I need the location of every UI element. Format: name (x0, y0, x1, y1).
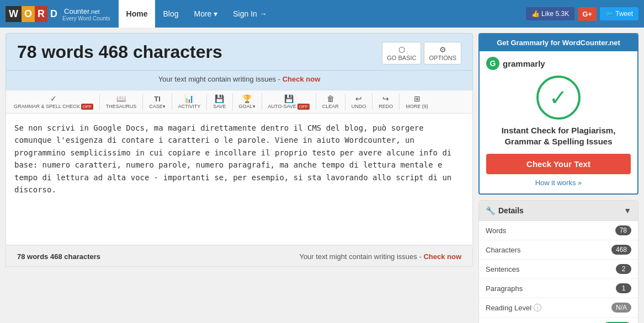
details-title: 🔧 Details (486, 206, 524, 215)
case-button[interactable]: TI CASE▾ (146, 93, 169, 111)
toolbar-separator-8 (345, 94, 345, 110)
paragraphs-label: Paragraphs (486, 284, 523, 293)
wrench-icon: 🔧 (486, 206, 495, 215)
toolbar-separator-6 (262, 94, 262, 110)
auto-save-label: AUTO-SAVEOFF (268, 104, 310, 109)
how-it-works-link[interactable]: How it works » (486, 179, 631, 187)
check-your-text-button[interactable]: Check Your Text (486, 154, 631, 174)
twitter-tweet-button[interactable]: 🐦 Tweet (600, 7, 638, 20)
reading-level-info-icon[interactable]: i (534, 304, 541, 311)
main-wrapper: 78 words 468 characters ⬡ GO BASIC ⚙ OPT… (0, 28, 644, 323)
thesaurus-button[interactable]: 📖 THESAURUS (103, 93, 140, 111)
nav-blog[interactable]: Blog (155, 0, 186, 28)
paragraphs-badge: 1 (616, 283, 631, 293)
words-badge: 78 (615, 225, 631, 235)
logo-d: D (47, 6, 60, 22)
nav-links: Home Blog More ▾ Sign In → (119, 0, 275, 28)
undo-label: UNDO (352, 104, 366, 109)
grammarly-ad: Get Grammarly for WordCounter.net G gram… (478, 33, 638, 195)
save-button[interactable]: 💾 SAVE (210, 93, 229, 111)
grammar-spell-icon: ✓ (50, 94, 57, 103)
google-plus-button[interactable]: G+ (578, 7, 597, 21)
toolbar-separator-4 (206, 94, 207, 110)
grammarly-g-icon: G (486, 57, 499, 70)
reading-level-badge: N/A (611, 303, 631, 313)
detail-row-paragraphs: Paragraphs 1 (479, 279, 638, 298)
facebook-like-button[interactable]: 👍 Like 5.3K (526, 7, 574, 20)
nav-signin[interactable]: Sign In → (225, 0, 274, 28)
details-header: 🔧 Details ▼ (479, 201, 638, 221)
status-issues: Your text might contain writing issues -… (299, 252, 461, 261)
go-basic-icon: ⬡ (387, 45, 416, 54)
toolbar-separator-10 (399, 94, 400, 110)
goal-label: GOAL▾ (239, 104, 256, 109)
clear-button[interactable]: 🗑 CLEAR (319, 93, 342, 111)
check-mark-icon: ✓ (549, 85, 568, 110)
detail-row-characters: Characters 468 (479, 240, 638, 260)
thesaurus-label: THESAURUS (106, 104, 137, 109)
editor-toolbar: ✓ GRAMMAR & SPELL CHECKOFF 📖 THESAURUS T… (6, 90, 473, 113)
detail-row-reading-level: Reading Level i N/A (479, 298, 638, 317)
details-collapse-icon[interactable]: ▼ (624, 206, 631, 215)
undo-button[interactable]: ↩ UNDO (348, 93, 370, 111)
right-panel: Get Grammarly for WordCounter.net G gram… (478, 33, 638, 323)
case-icon: TI (154, 95, 161, 103)
header-toolbar-icons: ⬡ GO BASIC ⚙ OPTIONS (382, 42, 461, 64)
auto-save-button[interactable]: 💾 AUTO-SAVEOFF (265, 93, 313, 111)
clear-icon: 🗑 (327, 94, 334, 103)
text-editor[interactable]: Se non scrivi in Google Docs, ma magari … (6, 113, 473, 245)
logo-counter-text: Counter.net (64, 7, 100, 15)
logo-r: R (35, 6, 47, 22)
detail-row-sentences: Sentences 2 (479, 260, 638, 279)
more-button[interactable]: ⊞ MORE (9) (402, 93, 432, 111)
writing-issues-text: Your text might contain writing issues - (158, 75, 280, 83)
words-label: Words (486, 227, 506, 235)
grammarly-description: Instant Check for Plagiarism, Grammar & … (486, 125, 631, 147)
activity-label: ACTIVITY (178, 104, 201, 109)
undo-icon: ↩ (355, 94, 362, 103)
more-icon: ⊞ (414, 94, 421, 103)
thesaurus-icon: 📖 (116, 94, 126, 103)
status-bar: 78 words 468 characters Your text might … (6, 247, 473, 267)
case-label: CASE▾ (149, 104, 166, 109)
toolbar-separator-7 (316, 94, 316, 110)
more-label: MORE (9) (406, 104, 428, 109)
options-icon: ⚙ (429, 45, 456, 54)
go-basic-label: GO BASIC (387, 55, 416, 61)
sentences-badge: 2 (616, 264, 631, 274)
word-count-title: 78 words 468 characters (17, 42, 222, 62)
status-issues-text: Your text might contain writing issues - (299, 252, 421, 261)
check-now-link-bottom[interactable]: Check now (423, 252, 461, 261)
toolbar-separator-2 (142, 94, 143, 110)
toolbar-separator-9 (372, 94, 372, 110)
auto-save-icon: 💾 (284, 94, 294, 103)
writing-issues-bar: Your text might contain writing issues -… (6, 71, 473, 90)
toolbar-separator-3 (172, 94, 172, 110)
activity-button[interactable]: 📊 ACTIVITY (175, 93, 204, 111)
nav-home[interactable]: Home (119, 0, 156, 28)
logo-w: W (6, 6, 22, 22)
activity-icon: 📊 (184, 94, 194, 103)
grammarly-check-circle: ✓ (536, 76, 581, 120)
check-now-link-top[interactable]: Check now (283, 75, 321, 83)
logo[interactable]: W O R D Counter.net Every Word Counts (6, 6, 110, 22)
redo-button[interactable]: ↪ REDO (375, 93, 396, 111)
status-word-count: 78 words 468 characters (17, 252, 100, 261)
go-basic-button[interactable]: ⬡ GO BASIC (382, 42, 421, 64)
save-label: SAVE (213, 104, 226, 109)
toolbar-separator-5 (232, 94, 233, 110)
options-button[interactable]: ⚙ OPTIONS (424, 42, 461, 64)
goal-icon: 🏆 (242, 94, 252, 103)
clear-label: CLEAR (322, 104, 339, 109)
goal-button[interactable]: 🏆 GOAL▾ (236, 93, 259, 111)
reading-level-label: Reading Level i (486, 304, 541, 312)
characters-label: Characters (486, 246, 521, 254)
grammarly-ad-header: Get Grammarly for WordCounter.net (480, 34, 637, 51)
nav-more[interactable]: More ▾ (186, 0, 225, 28)
grammar-spell-check-button[interactable]: ✓ GRAMMAR & SPELL CHECKOFF (10, 93, 97, 111)
grammarly-logo: G grammarly (486, 57, 631, 70)
detail-row-words: Words 78 (479, 221, 638, 240)
save-icon: 💾 (215, 94, 224, 103)
redo-icon: ↪ (382, 94, 389, 103)
sentences-label: Sentences (486, 265, 519, 273)
